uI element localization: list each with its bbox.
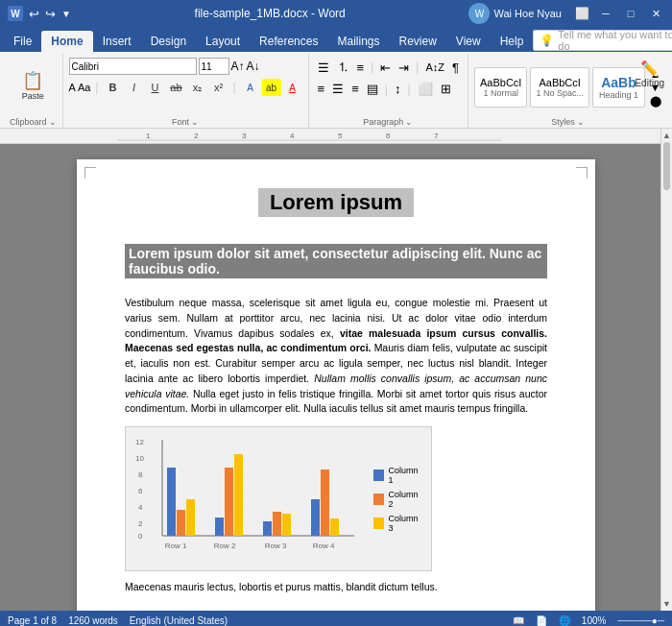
quick-access-more[interactable]: ▼ <box>61 9 71 19</box>
ruler: 1 2 3 4 5 6 7 <box>0 129 660 144</box>
language-indicator: English (United States) <box>130 615 228 626</box>
font-grow-icon[interactable]: A↑ <box>231 60 245 73</box>
font-size-input[interactable] <box>199 58 229 75</box>
doc-body-text[interactable]: Vestibulum neque massa, scelerisque sit … <box>125 296 547 417</box>
justify-button[interactable]: ▤ <box>364 81 381 97</box>
line-spacing-button[interactable]: ↕ <box>392 81 404 97</box>
underline-button[interactable]: U <box>145 79 164 96</box>
svg-text:5: 5 <box>338 132 343 140</box>
zoom-slider[interactable]: ─────●─ <box>617 615 664 626</box>
legend-col1: Column 1 <box>373 466 423 485</box>
editing-mode-indicator[interactable]: ✏️ Editing <box>635 60 664 88</box>
tab-design[interactable]: Design <box>141 31 196 52</box>
user-area[interactable]: W Wai Hoe Nyau <box>468 3 562 24</box>
paste-button[interactable]: 📋 Paste <box>18 70 48 103</box>
main-content: 1 2 3 4 5 6 7 Lorem ipsum Lorem ipsum do… <box>0 129 672 611</box>
style-h1-label: Heading 1 <box>599 90 638 100</box>
strikethrough-button[interactable]: ab <box>166 79 185 96</box>
bar-r3-c2 <box>273 512 281 536</box>
view-web-button[interactable]: 🌐 <box>559 615 570 626</box>
svg-text:8: 8 <box>138 470 143 479</box>
bar-r4-c2 <box>321 470 329 536</box>
increase-indent-button[interactable]: ⇥ <box>396 60 412 76</box>
tab-file[interactable]: File <box>4 31 41 52</box>
maximize-button[interactable]: □ <box>622 6 639 21</box>
paragraph-label: Paragraph <box>363 117 403 127</box>
svg-text:2: 2 <box>194 132 199 140</box>
decrease-indent-button[interactable]: ⇤ <box>377 60 394 76</box>
borders-button[interactable]: ⊞ <box>438 81 454 97</box>
tab-references[interactable]: References <box>250 31 327 52</box>
style-nospace-item[interactable]: AaBbCcI 1 No Spac... <box>530 67 589 108</box>
legend-col3-label: Column 3 <box>388 514 423 533</box>
align-center-button[interactable]: ☰ <box>329 81 347 97</box>
tab-review[interactable]: Review <box>389 31 445 52</box>
tab-mailings[interactable]: Mailings <box>327 31 389 52</box>
quick-access-redo[interactable]: ↪ <box>45 7 56 21</box>
style-h1-preview: AaBb <box>599 75 638 90</box>
font-clear-format-icon[interactable]: Aa <box>78 82 90 93</box>
italic-button[interactable]: I <box>124 79 143 96</box>
highlight-button[interactable]: ab <box>262 79 281 96</box>
page-wrapper: Lorem ipsum Lorem ipsum dolor sit amet, … <box>0 144 672 611</box>
scroll-down-button[interactable]: ▼ <box>661 597 672 611</box>
style-nospace-label: 1 No Spac... <box>536 88 584 98</box>
tab-help[interactable]: Help <box>491 31 534 52</box>
scroll-track[interactable] <box>661 142 672 597</box>
scroll-up-button[interactable]: ▲ <box>661 129 672 142</box>
show-para-marks-button[interactable]: ¶ <box>449 60 462 76</box>
svg-text:7: 7 <box>434 132 439 140</box>
align-left-button[interactable]: ≡ <box>315 81 328 97</box>
style-normal-item[interactable]: AaBbCcI 1 Normal <box>474 67 527 108</box>
legend-col3: Column 3 <box>373 514 423 533</box>
font-color-icon[interactable]: A <box>69 82 76 93</box>
chart-legend: Column 1 Column 2 Column 3 <box>373 435 423 563</box>
doc-title: Lorem ipsum <box>258 188 414 217</box>
svg-text:4: 4 <box>138 503 143 512</box>
legend-col2: Column 2 <box>373 490 423 509</box>
bullets-button[interactable]: ☰ <box>315 60 332 76</box>
svg-text:Row 1: Row 1 <box>165 542 187 550</box>
bar-r2-c3 <box>234 454 243 536</box>
vertical-scrollbar[interactable]: ▲ ▼ <box>660 129 672 611</box>
ribbon-collapse-btn[interactable]: ⬜ <box>575 7 589 20</box>
styles-expand-icon[interactable]: ⌄ <box>577 117 585 127</box>
style-nospace-preview: AaBbCcI <box>536 77 584 88</box>
font-expand-icon[interactable]: ⌄ <box>191 117 199 127</box>
subscript-button[interactable]: x₂ <box>187 79 206 96</box>
multilevel-button[interactable]: ≡ <box>354 60 368 76</box>
bar-r3-c1 <box>263 521 272 536</box>
superscript-button[interactable]: x² <box>208 79 228 96</box>
sort-button[interactable]: A↕Z <box>422 60 447 74</box>
bold-button[interactable]: B <box>103 79 122 96</box>
tell-me-icon: 💡 <box>540 34 554 47</box>
view-print-button[interactable]: 📄 <box>536 615 547 626</box>
shading-button[interactable]: ⬜ <box>415 81 436 97</box>
tab-insert[interactable]: Insert <box>93 31 141 52</box>
paragraph-expand-icon[interactable]: ⌄ <box>405 117 413 127</box>
view-read-button[interactable]: 📖 <box>513 615 524 626</box>
font-color-button[interactable]: A <box>283 79 302 96</box>
editing-icon: ✏️ <box>640 60 660 78</box>
quick-access-undo[interactable]: ↩ <box>29 7 39 21</box>
minimize-button[interactable]: ─ <box>597 6 614 21</box>
svg-text:2: 2 <box>138 519 143 528</box>
tab-layout[interactable]: Layout <box>196 31 250 52</box>
legend-col1-color <box>373 470 384 481</box>
page-indicator: Page 1 of 8 <box>8 615 57 626</box>
styles-more-icon[interactable]: ⬤ <box>650 95 661 108</box>
tell-me-bar[interactable]: 💡 Tell me what you want to do <box>533 30 672 51</box>
scroll-thumb[interactable] <box>663 142 670 190</box>
svg-text:0: 0 <box>138 532 143 541</box>
font-name-input[interactable] <box>69 58 197 75</box>
tab-view[interactable]: View <box>446 31 491 52</box>
font-shrink-icon[interactable]: A↓ <box>247 60 260 73</box>
close-button[interactable]: ✕ <box>647 6 664 21</box>
align-right-button[interactable]: ≡ <box>348 81 362 97</box>
clipboard-label-row: Clipboard ⌄ <box>10 117 57 128</box>
text-effects-button[interactable]: A <box>241 79 260 96</box>
clipboard-expand-icon[interactable]: ⌄ <box>49 117 57 127</box>
tab-home[interactable]: Home <box>41 31 92 52</box>
bar-r1-c3 <box>186 499 195 536</box>
numbering-button[interactable]: ⒈ <box>334 58 352 77</box>
